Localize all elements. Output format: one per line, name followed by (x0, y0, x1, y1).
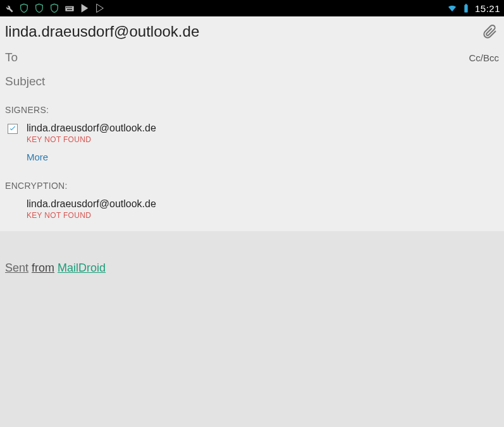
subject-row (0, 72, 504, 96)
encryption-email: linda.draeusdorf@outlook.de (27, 198, 499, 210)
attachment-button[interactable] (481, 23, 499, 40)
status-bar: 15:21 (0, 0, 504, 16)
status-left-icons (4, 3, 105, 13)
signature-app-link[interactable]: MailDroid (58, 262, 106, 274)
more-row: More (0, 145, 504, 172)
signers-label: SIGNERS: (0, 96, 504, 119)
svg-rect-2 (68, 7, 68, 8)
shield-icon (49, 3, 59, 13)
signer-key-status: KEY NOT FOUND (27, 135, 156, 144)
status-right-icons: 15:21 (447, 3, 500, 14)
play-store-icon (95, 3, 105, 13)
signature-sent: Sent (5, 262, 28, 274)
from-row: linda.draeusdorf@outlook.de (0, 16, 504, 48)
signer-info: linda.draeusdorf@outlook.de KEY NOT FOUN… (27, 123, 156, 144)
check-icon (8, 124, 17, 133)
signature-line: Sent from MailDroid (5, 262, 499, 275)
signature-from: from (32, 262, 54, 274)
encryption-label: ENCRYPTION: (0, 172, 504, 195)
wrench-icon (4, 3, 14, 13)
svg-rect-1 (66, 7, 67, 8)
shield-icon (19, 3, 29, 13)
more-link[interactable]: More (27, 152, 48, 162)
encryption-key-status: KEY NOT FOUND (27, 211, 499, 220)
ccbcc-toggle[interactable]: Cc/Bcc (469, 52, 499, 63)
svg-rect-6 (67, 9, 72, 9)
to-input[interactable] (5, 51, 469, 64)
battery-icon (461, 3, 471, 13)
svg-rect-0 (65, 6, 73, 11)
signer-row: linda.draeusdorf@outlook.de KEY NOT FOUN… (0, 119, 504, 145)
svg-rect-4 (70, 7, 71, 8)
subject-input[interactable] (5, 75, 499, 88)
svg-rect-3 (69, 7, 70, 8)
signer-checkbox[interactable] (8, 124, 18, 134)
keyboard-icon (65, 3, 75, 13)
paperclip-icon (482, 24, 498, 39)
to-row: Cc/Bcc (0, 48, 504, 72)
from-address: linda.draeusdorf@outlook.de (5, 23, 481, 40)
wifi-icon (447, 3, 457, 13)
status-time: 15:21 (475, 3, 500, 14)
signer-email: linda.draeusdorf@outlook.de (27, 123, 156, 134)
play-icon (80, 3, 90, 13)
svg-rect-5 (71, 7, 72, 8)
encryption-row: linda.draeusdorf@outlook.de KEY NOT FOUN… (0, 195, 504, 231)
shield-icon (34, 3, 44, 13)
compose-body[interactable]: Sent from MailDroid (0, 231, 504, 395)
